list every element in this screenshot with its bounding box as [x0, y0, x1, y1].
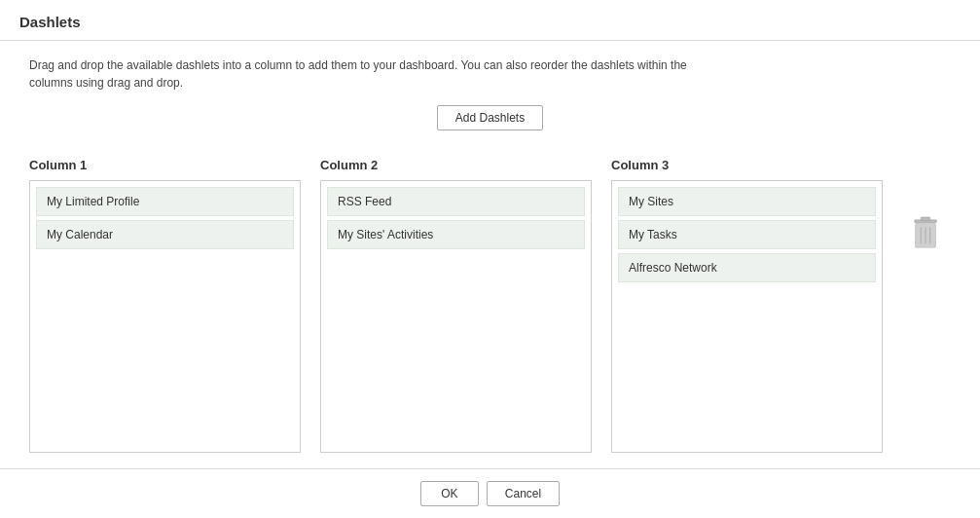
column-1-box: My Limited Profile My Calendar: [29, 180, 301, 453]
header-section: Dashlets: [0, 0, 980, 41]
page-container: Dashlets Drag and drop the available das…: [0, 0, 980, 518]
cancel-button[interactable]: Cancel: [487, 481, 560, 506]
page-title: Dashlets: [19, 14, 81, 30]
column-1-wrapper: Column 1 My Limited Profile My Calendar: [29, 158, 301, 453]
dashlet-alfresco-network[interactable]: Alfresco Network: [618, 253, 876, 282]
add-dashlets-row: Add Dashlets: [29, 105, 951, 130]
dashlet-rss-feed[interactable]: RSS Feed: [327, 187, 585, 216]
dashlet-my-limited-profile[interactable]: My Limited Profile: [36, 187, 294, 216]
trash-icon: [910, 216, 941, 254]
dashlet-my-tasks[interactable]: My Tasks: [618, 220, 876, 249]
svg-rect-1: [921, 217, 929, 221]
dashlet-my-sites-activities[interactable]: My Sites' Activities: [327, 220, 585, 249]
column-3-wrapper: Column 3 My Sites My Tasks Alfresco Netw…: [611, 158, 883, 453]
instructions-text: Drag and drop the available dashlets int…: [29, 56, 730, 92]
footer-section: OK Cancel: [0, 468, 980, 518]
column-2-header: Column 2: [320, 158, 592, 172]
column-1-header: Column 1: [29, 158, 301, 172]
column-2-box: RSS Feed My Sites' Activities: [320, 180, 592, 453]
add-dashlets-button[interactable]: Add Dashlets: [437, 105, 543, 130]
dashlet-my-calendar[interactable]: My Calendar: [36, 220, 294, 249]
column-3-header: Column 3: [611, 158, 883, 172]
column-3-box: My Sites My Tasks Alfresco Network: [611, 180, 883, 453]
dashlet-my-sites[interactable]: My Sites: [618, 187, 876, 216]
column-2-wrapper: Column 2 RSS Feed My Sites' Activities: [320, 158, 592, 453]
ok-button[interactable]: OK: [420, 481, 479, 506]
trash-area: [902, 158, 951, 453]
main-content: Drag and drop the available dashlets int…: [0, 41, 980, 468]
